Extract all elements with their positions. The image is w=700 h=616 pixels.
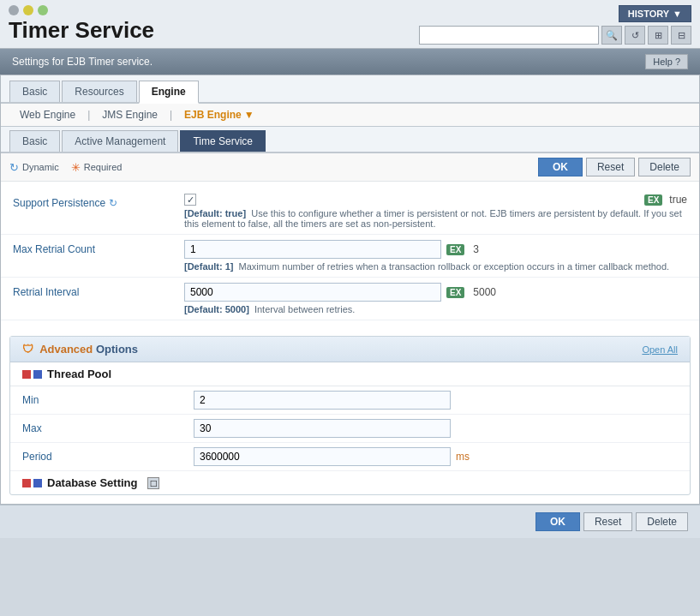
page-title: Timer Service <box>9 17 154 44</box>
tabs-third: Basic Active Management Time Service <box>1 127 699 153</box>
shield-icon: 🛡 <box>22 343 33 356</box>
subtab-sep2: | <box>168 109 174 121</box>
max-retrial-count-row: Max Retrial Count EX 3 [Default: 1] Maxi… <box>1 235 699 278</box>
ex-badge-persistence: EX <box>644 194 662 206</box>
label-text: Max Retrial Count <box>13 243 95 255</box>
tab-basic[interactable]: Basic <box>9 81 60 102</box>
dynamic-label: Dynamic <box>22 162 59 172</box>
help-button[interactable]: Help ? <box>645 54 688 69</box>
search-icon[interactable]: 🔍 <box>601 26 622 45</box>
reset-button-top[interactable]: Reset <box>586 158 635 176</box>
export-icon[interactable]: ⊞ <box>648 26 668 45</box>
required-icon: ✳ <box>71 161 81 174</box>
chevron-down-icon: ▼ <box>244 109 254 121</box>
ms-label: ms <box>456 451 470 463</box>
action-buttons: OK Reset Delete <box>538 158 691 176</box>
refresh-icon: ↻ <box>9 161 19 174</box>
database-expand-icon[interactable]: □ <box>147 477 159 489</box>
support-persistence-label: Support Persistence ↻ <box>13 194 184 209</box>
blue-square-icon <box>33 370 42 379</box>
max-retrial-count-control: EX 3 [Default: 1] Maximum number of retr… <box>184 240 687 272</box>
thread-pool-min-input[interactable] <box>194 391 451 410</box>
advanced-title: 🛡 Advanced Options <box>22 343 138 356</box>
checkbox-row: ✓ EX true <box>184 194 687 206</box>
database-setting-header: Database Setting □ <box>10 471 690 494</box>
dot-gray <box>9 5 19 15</box>
thread-pool-header: Thread Pool <box>10 362 690 386</box>
sync-icon: ↻ <box>109 197 117 209</box>
support-persistence-row: Support Persistence ↻ ✓ EX true [Default… <box>1 188 699 235</box>
open-all-link[interactable]: Open All <box>642 344 678 355</box>
tab-engine[interactable]: Engine <box>139 81 199 104</box>
red-square-icon2 <box>22 479 31 487</box>
ok-button-top[interactable]: OK <box>538 158 583 176</box>
retrial-interval-desc: [Default: 5000] Interval between retries… <box>184 304 687 314</box>
thread-pool-max-input[interactable] <box>194 419 451 438</box>
label-text: Retrial Interval <box>13 286 79 298</box>
subtabs: Web Engine | JMS Engine | EJB Engine ▼ <box>1 104 699 127</box>
support-persistence-desc: [Default: true] Use this to configure wh… <box>184 208 687 229</box>
history-label: HISTORY <box>628 9 669 19</box>
page-title-text: Timer Service <box>9 17 154 44</box>
history-button[interactable]: HISTORY ▼ <box>619 5 691 22</box>
thread-pool-period-input[interactable] <box>194 447 451 466</box>
thread-pool-period-row: Period ms <box>10 443 690 471</box>
advanced-options-section: 🛡 Advanced Options Open All Thread Pool … <box>9 336 691 495</box>
retrial-interval-label: Retrial Interval <box>13 283 184 298</box>
delete-button-bottom[interactable]: Delete <box>636 512 688 531</box>
support-persistence-checkbox[interactable]: ✓ <box>184 194 196 206</box>
thread-pool-max-row: Max <box>10 415 690 443</box>
dot-yellow <box>23 5 33 15</box>
advanced-word: Advanced <box>39 343 93 356</box>
tab3-time-service[interactable]: Time Service <box>180 130 266 152</box>
dynamic-item: ↻ Dynamic <box>9 161 59 174</box>
retrial-interval-control: EX 5000 [Default: 5000] Interval between… <box>184 283 687 314</box>
checkmark-icon: ✓ <box>187 194 194 206</box>
tab-resources[interactable]: Resources <box>62 81 136 102</box>
content-wrapper: Basic Resources Engine Web Engine | JMS … <box>0 75 700 505</box>
tab3-active-management[interactable]: Active Management <box>62 130 178 152</box>
dynamic-left: ↻ Dynamic ✳ Required <box>9 161 122 174</box>
subtab-web-engine[interactable]: Web Engine <box>9 104 86 126</box>
form-area: Support Persistence ↻ ✓ EX true [Default… <box>1 182 699 327</box>
settings-bar: Settings for EJB Timer service. Help ? <box>0 49 700 75</box>
max-retrial-count-input[interactable] <box>184 240 441 259</box>
thread-pool-max-label: Max <box>22 422 194 434</box>
ex-badge-retrial: EX <box>446 244 464 255</box>
reset-button-bottom[interactable]: Reset <box>583 512 632 531</box>
red-square-icon <box>22 370 31 379</box>
blue-square-icon2 <box>33 479 42 487</box>
support-persistence-control: ✓ EX true [Default: true] Use this to co… <box>184 194 687 229</box>
ex-value-persistence: true <box>669 194 687 206</box>
ok-button-bottom[interactable]: OK <box>535 512 580 531</box>
header-right: HISTORY ▼ 🔍 ↺ ⊞ ⊟ <box>419 5 691 45</box>
ex-value-interval: 5000 <box>473 286 496 298</box>
thread-pool-section: Thread Pool Min Max Period ms <box>10 362 690 471</box>
bottom-action-bar: OK Reset Delete <box>0 505 700 538</box>
tab3-basic[interactable]: Basic <box>9 130 60 152</box>
delete-button-top[interactable]: Delete <box>638 158 691 176</box>
thread-pool-period-label: Period <box>22 451 194 463</box>
max-retrial-count-desc: [Default: 1] Maximum number of retries w… <box>184 261 687 272</box>
thread-pool-min-row: Min <box>10 386 690 415</box>
retrial-interval-input[interactable] <box>184 283 441 302</box>
refresh-icon[interactable]: ↺ <box>625 26 645 45</box>
subtab-ejb-engine[interactable]: EJB Engine ▼ <box>174 104 265 126</box>
ex-badge-interval: EX <box>446 287 464 298</box>
tabs-top: Basic Resources Engine <box>1 75 699 104</box>
advanced-header: 🛡 Advanced Options Open All <box>10 337 690 362</box>
retrial-interval-row: Retrial Interval EX 5000 [Default: 5000]… <box>1 278 699 320</box>
dot-green <box>38 5 48 15</box>
header-dots <box>9 5 154 15</box>
dynamic-bar: ↻ Dynamic ✳ Required OK Reset Delete <box>1 153 699 182</box>
search-row: 🔍 ↺ ⊞ ⊟ <box>419 26 691 45</box>
header: Timer Service HISTORY ▼ 🔍 ↺ ⊞ ⊟ <box>0 0 700 49</box>
subtab-jms-engine[interactable]: JMS Engine <box>92 104 168 126</box>
max-retrial-count-label: Max Retrial Count <box>13 240 184 255</box>
database-setting-title: Database Setting <box>47 476 137 489</box>
settings-icon[interactable]: ⊟ <box>671 26 691 45</box>
subtab-sep1: | <box>86 109 92 121</box>
search-input[interactable] <box>419 26 599 45</box>
database-icon <box>22 479 42 487</box>
thread-pool-icon <box>22 370 42 379</box>
